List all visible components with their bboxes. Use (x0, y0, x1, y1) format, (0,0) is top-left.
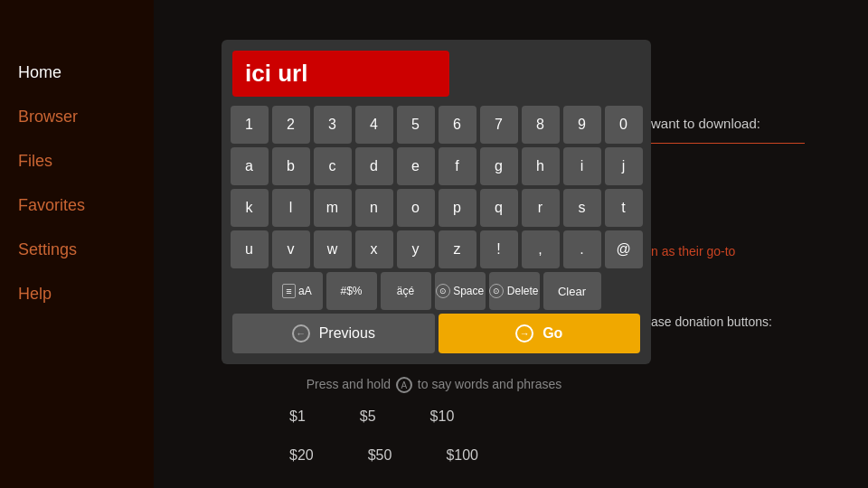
key-s[interactable]: s (563, 189, 601, 227)
key-v[interactable]: v (272, 230, 310, 268)
key-n[interactable]: n (355, 189, 393, 227)
donation-amount-50[interactable]: $50 (368, 447, 392, 464)
hint-bar: Press and hold A to say words and phrase… (0, 377, 868, 393)
previous-icon: ← (292, 324, 310, 343)
special-row: ≡ aA #$% äçé ⊙ Space ⊙ Delete Clear (232, 272, 640, 310)
key-e[interactable]: e (397, 147, 435, 185)
donation-row-1: $1 $5 $10 (289, 408, 454, 425)
previous-label: Previous (319, 325, 375, 342)
sidebar-item-help[interactable]: Help (0, 276, 154, 313)
key-w[interactable]: w (314, 230, 352, 268)
key-m[interactable]: m (314, 189, 352, 227)
number-row: 1 2 3 4 5 6 7 8 9 0 (232, 106, 640, 144)
key-y[interactable]: y (397, 230, 435, 268)
key-symbols[interactable]: #$% (326, 272, 377, 310)
letter-row-1: a b c d e f g h i j (232, 147, 640, 185)
key-l[interactable]: l (272, 189, 310, 227)
key-7[interactable]: 7 (480, 106, 518, 144)
key-c[interactable]: c (314, 147, 352, 185)
hint-press-text: Press and hold (307, 377, 394, 391)
key-accent[interactable]: äçé (381, 272, 431, 310)
sidebar: Home Browser Files Favorites Settings He… (0, 0, 154, 488)
key-h[interactable]: h (522, 147, 560, 185)
bg-donation-text: ase donation buttons: (651, 314, 772, 329)
key-p[interactable]: p (439, 189, 476, 227)
sidebar-item-settings[interactable]: Settings (0, 231, 154, 268)
microphone-icon: A (396, 377, 412, 393)
key-0[interactable]: 0 (605, 106, 643, 144)
key-comma[interactable]: , (522, 230, 560, 268)
key-space-icon[interactable]: ⊙ Space (435, 272, 486, 310)
go-button[interactable]: → Go (439, 314, 641, 353)
url-input-bar[interactable]: ici url (232, 51, 449, 97)
key-z[interactable]: z (439, 230, 476, 268)
key-caps[interactable]: ≡ aA (272, 272, 323, 310)
key-4[interactable]: 4 (355, 106, 393, 144)
donation-amount-10[interactable]: $10 (430, 408, 455, 425)
key-3[interactable]: 3 (314, 106, 352, 144)
key-6[interactable]: 6 (439, 106, 476, 144)
key-a[interactable]: a (231, 147, 269, 185)
key-5[interactable]: 5 (397, 106, 435, 144)
letter-row-3: u v w x y z ! , . @ (232, 230, 640, 268)
go-label: Go (542, 325, 562, 342)
key-j[interactable]: j (605, 147, 643, 185)
hint-say-text: to say words and phrases (418, 377, 562, 391)
previous-button[interactable]: ← Previous (232, 314, 435, 353)
key-b[interactable]: b (272, 147, 310, 185)
key-delete-label: Delete (507, 285, 539, 297)
bottom-actions: ← Previous → Go (232, 314, 640, 353)
keyboard-overlay: ici url 1 2 3 4 5 6 7 8 9 0 a b c d e f … (222, 40, 651, 364)
sidebar-item-browser[interactable]: Browser (0, 99, 154, 136)
key-x[interactable]: x (355, 230, 393, 268)
key-r[interactable]: r (522, 189, 560, 227)
sidebar-item-favorites[interactable]: Favorites (0, 187, 154, 224)
bg-goto-text: n as their go-to (651, 244, 735, 258)
bg-download-text: want to download: (651, 116, 760, 131)
key-o[interactable]: o (397, 189, 435, 227)
key-exclaim[interactable]: ! (480, 230, 518, 268)
donation-amount-5[interactable]: $5 (360, 408, 376, 425)
key-space-label: Space (453, 285, 484, 297)
key-u[interactable]: u (231, 230, 269, 268)
key-g[interactable]: g (480, 147, 518, 185)
key-q[interactable]: q (480, 189, 518, 227)
key-8[interactable]: 8 (522, 106, 560, 144)
bg-underline (651, 143, 805, 144)
key-f[interactable]: f (439, 147, 476, 185)
key-at[interactable]: @ (605, 230, 643, 268)
sidebar-item-files[interactable]: Files (0, 143, 154, 180)
key-1[interactable]: 1 (231, 106, 269, 144)
letter-row-2: k l m n o p q r s t (232, 189, 640, 227)
donation-amount-100[interactable]: $100 (446, 447, 478, 464)
url-input-text: ici url (245, 60, 307, 87)
sidebar-item-home[interactable]: Home (0, 54, 154, 91)
key-i[interactable]: i (563, 147, 601, 185)
key-k[interactable]: k (231, 189, 269, 227)
key-delete[interactable]: ⊙ Delete (489, 272, 540, 310)
key-t[interactable]: t (605, 189, 643, 227)
donation-amount-20[interactable]: $20 (289, 447, 314, 464)
go-icon: → (515, 324, 533, 343)
key-clear[interactable]: Clear (543, 272, 601, 310)
key-period[interactable]: . (563, 230, 601, 268)
key-d[interactable]: d (355, 147, 393, 185)
donation-amount-1[interactable]: $1 (289, 408, 306, 425)
donation-row-2: $20 $50 $100 (289, 447, 478, 464)
key-9[interactable]: 9 (563, 106, 601, 144)
key-2[interactable]: 2 (272, 106, 310, 144)
